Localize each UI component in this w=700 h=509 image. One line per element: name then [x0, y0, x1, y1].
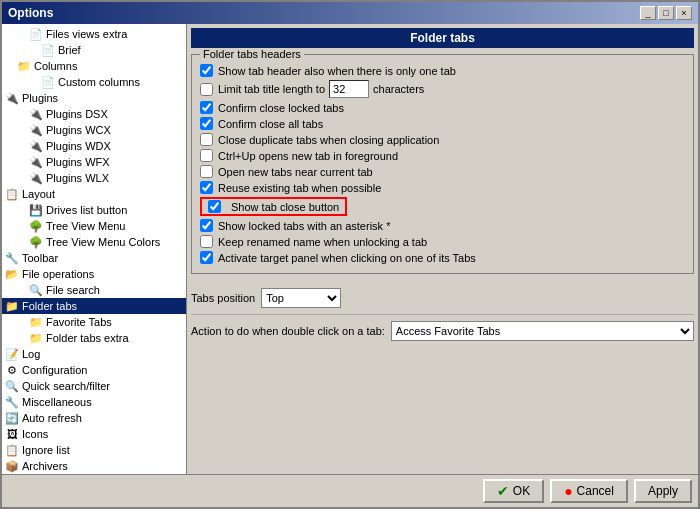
- sidebar-item-label: Tree View Menu: [46, 220, 125, 232]
- action-select[interactable]: Access Favorite Tabs New Tab Close Tab: [391, 321, 694, 341]
- checkbox-label-confirm-close-all: Confirm close all tabs: [218, 118, 323, 130]
- cancel-label: Cancel: [577, 484, 614, 498]
- sidebar-item-tree-view-menu[interactable]: 🌳Tree View Menu: [2, 218, 186, 234]
- files-views-extra-icon: 📄: [28, 27, 44, 41]
- sidebar-item-plugins-wcx[interactable]: 🔌Plugins WCX: [2, 122, 186, 138]
- ok-check-icon: ✔: [497, 483, 509, 499]
- log-icon: 📝: [4, 347, 20, 361]
- checkbox-activate-target-panel[interactable]: [200, 251, 213, 264]
- maximize-button[interactable]: □: [658, 6, 674, 20]
- checkbox-show-tab-close[interactable]: [208, 200, 221, 213]
- checkbox-label-activate-target-panel: Activate target panel when clicking on o…: [218, 252, 476, 264]
- minimize-button[interactable]: _: [640, 6, 656, 20]
- sidebar-item-files-views-extra[interactable]: 📄Files views extra: [2, 26, 186, 42]
- close-button[interactable]: ×: [676, 6, 692, 20]
- sidebar-item-brief[interactable]: 📄Brief: [2, 42, 186, 58]
- sidebar-item-layout[interactable]: 📋Layout: [2, 186, 186, 202]
- checkbox-row-ctrl-up-opens: Ctrl+Up opens new tab in foreground: [200, 149, 685, 162]
- auto-refresh-icon: 🔄: [4, 411, 20, 425]
- sidebar-item-plugins-dsx[interactable]: 🔌Plugins DSX: [2, 106, 186, 122]
- sidebar-item-toolbar[interactable]: 🔧Toolbar: [2, 250, 186, 266]
- checkbox-row-keep-renamed-name: Keep renamed name when unlocking a tab: [200, 235, 685, 248]
- checkbox-label-show-tab-header: Show tab header also when there is only …: [218, 65, 456, 77]
- checkbox-limit-tab-title[interactable]: [200, 83, 213, 96]
- sidebar-item-log[interactable]: 📝Log: [2, 346, 186, 362]
- sidebar-item-folder-tabs-extra[interactable]: 📁Folder tabs extra: [2, 330, 186, 346]
- sidebar-item-label: Plugins WDX: [46, 140, 111, 152]
- sidebar-item-file-operations[interactable]: 📂File operations: [2, 266, 186, 282]
- checkbox-confirm-close-locked[interactable]: [200, 101, 213, 114]
- sidebar-item-label: Custom columns: [58, 76, 140, 88]
- tabs-position-select[interactable]: Top Bottom: [261, 288, 341, 308]
- sidebar-item-plugins-wfx[interactable]: 🔌Plugins WFX: [2, 154, 186, 170]
- plugins-dsx-icon: 🔌: [28, 107, 44, 121]
- checkbox-reuse-existing-tab[interactable]: [200, 181, 213, 194]
- checkbox-label-close-duplicate-tabs: Close duplicate tabs when closing applic…: [218, 134, 439, 146]
- sidebar-item-label: Log: [22, 348, 40, 360]
- sidebar-item-label: Miscellaneous: [22, 396, 92, 408]
- sidebar-item-configuration[interactable]: ⚙Configuration: [2, 362, 186, 378]
- tree-view-menu-icon: 🌳: [28, 219, 44, 233]
- checkbox-show-locked-asterisk[interactable]: [200, 219, 213, 232]
- options-window: Options _ □ × 📄Files views extra📄Brief📁C…: [0, 0, 700, 509]
- tabs-position-row: Tabs position Top Bottom: [191, 288, 694, 308]
- sidebar-item-label: Layout: [22, 188, 55, 200]
- plugins-wlx-icon: 🔌: [28, 171, 44, 185]
- sidebar-item-columns[interactable]: 📁Columns: [2, 58, 186, 74]
- sidebar-item-folder-tabs[interactable]: 📁Folder tabs: [2, 298, 186, 314]
- limit-length-input[interactable]: [329, 80, 369, 98]
- bottom-bar: ✔ OK ● Cancel Apply: [2, 474, 698, 507]
- checkbox-confirm-close-all[interactable]: [200, 117, 213, 130]
- cancel-circle-icon: ●: [564, 483, 572, 499]
- folder-tabs-icon: 📁: [4, 299, 20, 313]
- sidebar-item-label: Auto refresh: [22, 412, 82, 424]
- sidebar-item-miscellaneous[interactable]: 🔧Miscellaneous: [2, 394, 186, 410]
- checkbox-keep-renamed-name[interactable]: [200, 235, 213, 248]
- tree-view-menu-colors-icon: 🌳: [28, 235, 44, 249]
- checkbox-row-close-duplicate-tabs: Close duplicate tabs when closing applic…: [200, 133, 685, 146]
- action-row: Action to do when double click on a tab:…: [191, 314, 694, 341]
- checkbox-ctrl-up-opens[interactable]: [200, 149, 213, 162]
- checkbox-close-duplicate-tabs[interactable]: [200, 133, 213, 146]
- apply-button[interactable]: Apply: [634, 479, 692, 503]
- sidebar-item-plugins-wdx[interactable]: 🔌Plugins WDX: [2, 138, 186, 154]
- sidebar: 📄Files views extra📄Brief📁Columns📄Custom …: [2, 24, 187, 474]
- cancel-button[interactable]: ● Cancel: [550, 479, 628, 503]
- sidebar-item-drives-list-button[interactable]: 💾Drives list button: [2, 202, 186, 218]
- ok-button[interactable]: ✔ OK: [483, 479, 544, 503]
- checkbox-row-show-locked-asterisk: Show locked tabs with an asterisk *: [200, 219, 685, 232]
- file-search-icon: 🔍: [28, 283, 44, 297]
- sidebar-item-favorite-tabs[interactable]: 📁Favorite Tabs: [2, 314, 186, 330]
- configuration-icon: ⚙: [4, 363, 20, 377]
- sidebar-item-tree-view-menu-colors[interactable]: 🌳Tree View Menu Colors: [2, 234, 186, 250]
- checkbox-label-show-tab-close: Show tab close button: [231, 201, 339, 213]
- layout-icon: 📋: [4, 187, 20, 201]
- sidebar-item-file-search[interactable]: 🔍File search: [2, 282, 186, 298]
- checkbox-show-tab-header[interactable]: [200, 64, 213, 77]
- sidebar-item-custom-columns[interactable]: 📄Custom columns: [2, 74, 186, 90]
- sidebar-item-label: Quick search/filter: [22, 380, 110, 392]
- sidebar-item-archivers[interactable]: 📦Archivers: [2, 458, 186, 474]
- sidebar-item-auto-refresh[interactable]: 🔄Auto refresh: [2, 410, 186, 426]
- main-content: 📄Files views extra📄Brief📁Columns📄Custom …: [2, 24, 698, 474]
- toolbar-icon: 🔧: [4, 251, 20, 265]
- sidebar-item-plugins-wlx[interactable]: 🔌Plugins WLX: [2, 170, 186, 186]
- ok-label: OK: [513, 484, 530, 498]
- checkbox-open-near-current[interactable]: [200, 165, 213, 178]
- sidebar-item-quick-search[interactable]: 🔍Quick search/filter: [2, 378, 186, 394]
- title-bar: Options _ □ ×: [2, 2, 698, 24]
- columns-icon: 📁: [16, 59, 32, 73]
- checkbox-label-keep-renamed-name: Keep renamed name when unlocking a tab: [218, 236, 427, 248]
- sidebar-item-plugins[interactable]: 🔌Plugins: [2, 90, 186, 106]
- sidebar-item-icons[interactable]: 🖼Icons: [2, 426, 186, 442]
- sidebar-item-ignore-list[interactable]: 📋Ignore list: [2, 442, 186, 458]
- sidebar-item-label: Toolbar: [22, 252, 58, 264]
- checkboxes-container: Show tab header also when there is only …: [200, 64, 685, 264]
- archivers-icon: 📦: [4, 459, 20, 473]
- plugins-wdx-icon: 🔌: [28, 139, 44, 153]
- characters-suffix: characters: [373, 83, 424, 95]
- sidebar-item-label: Plugins: [22, 92, 58, 104]
- sidebar-item-label: File operations: [22, 268, 94, 280]
- ignore-list-icon: 📋: [4, 443, 20, 457]
- brief-icon: 📄: [40, 43, 56, 57]
